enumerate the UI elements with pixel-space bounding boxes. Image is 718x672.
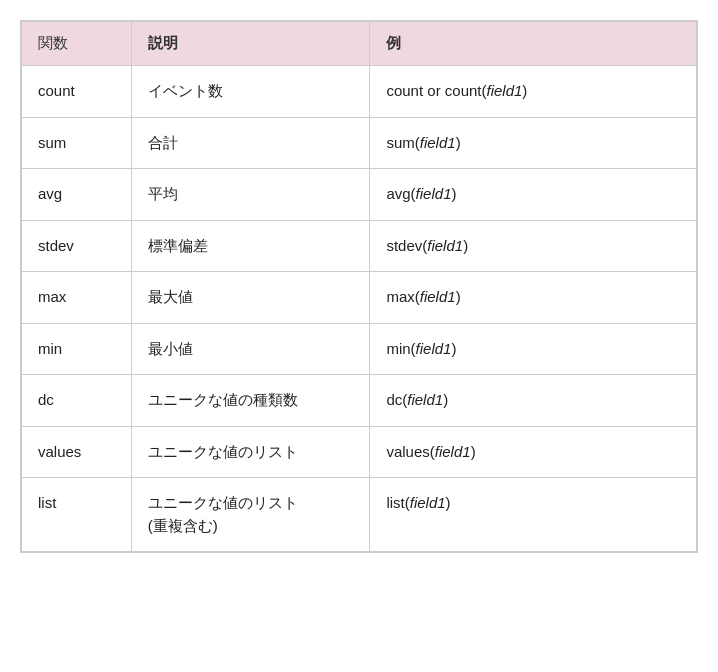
example-field-italic: field1 bbox=[420, 288, 456, 305]
cell-description: ユニークな値の種類数 bbox=[131, 375, 370, 427]
cell-description: 平均 bbox=[131, 169, 370, 221]
cell-description: ユニークな値のリスト bbox=[131, 426, 370, 478]
cell-function: list bbox=[22, 478, 132, 552]
example-field-italic: field1 bbox=[435, 443, 471, 460]
cell-description: 最大値 bbox=[131, 272, 370, 324]
table-row: max最大値max(field1) bbox=[22, 272, 697, 324]
example-field-italic: field1 bbox=[420, 134, 456, 151]
table-row: valuesユニークな値のリストvalues(field1) bbox=[22, 426, 697, 478]
table-row: min最小値min(field1) bbox=[22, 323, 697, 375]
table-row: dcユニークな値の種類数dc(field1) bbox=[22, 375, 697, 427]
functions-table: 関数 説明 例 countイベント数count or count(field1)… bbox=[20, 20, 698, 553]
table-row: countイベント数count or count(field1) bbox=[22, 66, 697, 118]
cell-example: values(field1) bbox=[370, 426, 697, 478]
header-function: 関数 bbox=[22, 22, 132, 66]
cell-function: sum bbox=[22, 117, 132, 169]
header-example: 例 bbox=[370, 22, 697, 66]
cell-description: イベント数 bbox=[131, 66, 370, 118]
cell-function: values bbox=[22, 426, 132, 478]
example-field-italic: field1 bbox=[416, 185, 452, 202]
cell-function: max bbox=[22, 272, 132, 324]
cell-example: max(field1) bbox=[370, 272, 697, 324]
example-field-italic: field1 bbox=[486, 82, 522, 99]
header-description: 説明 bbox=[131, 22, 370, 66]
example-field-italic: field1 bbox=[416, 340, 452, 357]
cell-function: avg bbox=[22, 169, 132, 221]
cell-function: min bbox=[22, 323, 132, 375]
cell-function: dc bbox=[22, 375, 132, 427]
cell-example: min(field1) bbox=[370, 323, 697, 375]
example-field-italic: field1 bbox=[427, 237, 463, 254]
cell-example: dc(field1) bbox=[370, 375, 697, 427]
table-header-row: 関数 説明 例 bbox=[22, 22, 697, 66]
table-row: listユニークな値のリスト(重複含む)list(field1) bbox=[22, 478, 697, 552]
table-row: avg平均avg(field1) bbox=[22, 169, 697, 221]
table-row: stdev標準偏差stdev(field1) bbox=[22, 220, 697, 272]
cell-description: ユニークな値のリスト(重複含む) bbox=[131, 478, 370, 552]
example-field-italic: field1 bbox=[410, 494, 446, 511]
cell-example: list(field1) bbox=[370, 478, 697, 552]
cell-function: count bbox=[22, 66, 132, 118]
cell-function: stdev bbox=[22, 220, 132, 272]
table-row: sum合計sum(field1) bbox=[22, 117, 697, 169]
cell-example: sum(field1) bbox=[370, 117, 697, 169]
cell-example: stdev(field1) bbox=[370, 220, 697, 272]
cell-description: 最小値 bbox=[131, 323, 370, 375]
example-field-italic: field1 bbox=[407, 391, 443, 408]
cell-example: count or count(field1) bbox=[370, 66, 697, 118]
cell-description: 合計 bbox=[131, 117, 370, 169]
cell-example: avg(field1) bbox=[370, 169, 697, 221]
cell-description: 標準偏差 bbox=[131, 220, 370, 272]
